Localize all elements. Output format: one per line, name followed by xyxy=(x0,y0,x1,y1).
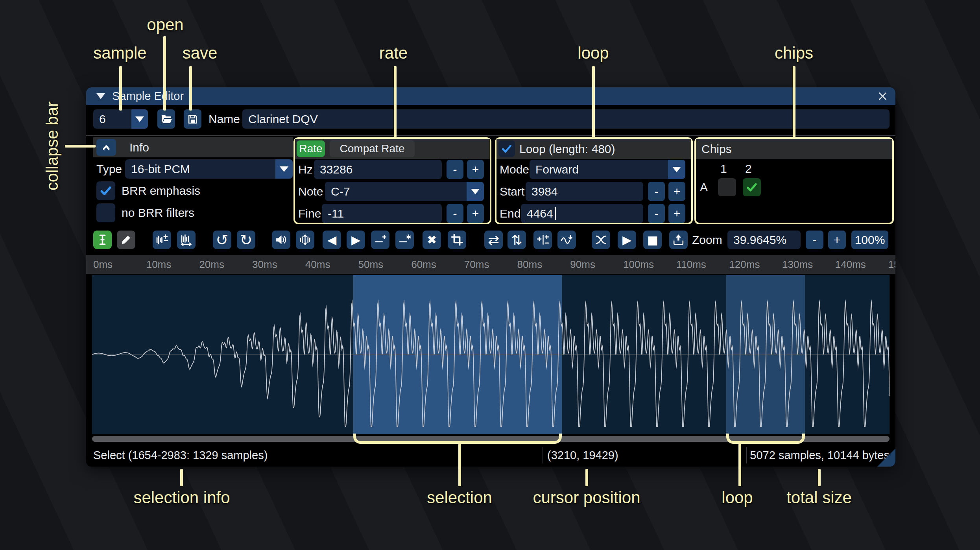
window-titlebar[interactable]: Sample Editor xyxy=(86,87,895,105)
hz-input[interactable]: 33286 xyxy=(314,160,442,179)
export-button[interactable] xyxy=(669,231,688,249)
ruler-label: 30ms xyxy=(252,258,277,271)
chevron-down-icon[interactable] xyxy=(275,159,293,179)
crossfade-button[interactable] xyxy=(592,231,610,249)
note-dropdown[interactable]: C-7 xyxy=(325,182,484,201)
loop-panel-title: Loop (length: 480) xyxy=(519,142,615,156)
note-value: C-7 xyxy=(331,185,350,198)
open-button[interactable] xyxy=(157,109,175,129)
compat-rate-tab[interactable]: Compat Rate xyxy=(330,140,415,157)
annotation-loop-bottom: loop xyxy=(722,488,753,507)
undo-button[interactable]: ↺ xyxy=(213,231,231,249)
ruler-label: 70ms xyxy=(464,258,489,271)
chevron-up-icon xyxy=(100,142,112,153)
trim-button[interactable] xyxy=(448,231,466,249)
save-button[interactable] xyxy=(184,109,201,129)
no-brr-filters-checkbox[interactable] xyxy=(96,203,115,222)
crossfade-icon xyxy=(594,233,607,246)
cursor-position-text: (3210, 19429) xyxy=(547,444,618,467)
ibeam-icon xyxy=(96,233,109,246)
annotation-chips: chips xyxy=(775,44,813,63)
fade-in-button[interactable]: ◀ xyxy=(323,231,341,249)
delete-button[interactable]: ✖ xyxy=(423,231,441,249)
close-icon[interactable] xyxy=(876,90,889,103)
filter-button[interactable] xyxy=(557,231,576,249)
annotation-total-size: total size xyxy=(786,488,852,507)
ruler-label: 80ms xyxy=(517,258,543,271)
amplify-button[interactable] xyxy=(272,231,290,249)
timeline-ruler[interactable]: 0ms10ms20ms30ms40ms50ms60ms70ms80ms90ms1… xyxy=(86,255,895,274)
ruler-label: 20ms xyxy=(199,258,224,271)
loop-panel: Loop (length: 480) Mode Forward Start 39… xyxy=(495,137,693,224)
chip-2-checkbox[interactable] xyxy=(743,178,761,196)
chevron-down-icon[interactable] xyxy=(668,160,685,179)
fade-in-icon: ◀ xyxy=(327,234,336,246)
redo-button[interactable]: ↻ xyxy=(237,231,255,249)
ruler-label: 120ms xyxy=(729,258,760,271)
annotation-line-sample xyxy=(119,66,122,111)
apply-silence-button[interactable] xyxy=(395,231,414,249)
loop-end-value: 4464 xyxy=(527,207,553,220)
fade-out-button[interactable]: ▶ xyxy=(347,231,365,249)
reverse-icon: ⇄ xyxy=(488,233,499,247)
annotation-bracket-selection xyxy=(353,434,562,444)
ruler-label: 100ms xyxy=(623,258,654,271)
chevron-down-icon[interactable] xyxy=(131,109,148,129)
select-tool-button[interactable] xyxy=(93,231,112,249)
draw-tool-button[interactable] xyxy=(117,231,135,249)
stop-button[interactable]: ■ xyxy=(643,231,662,249)
annotation-selection-info: selection info xyxy=(133,488,230,507)
chips-panel-title: Chips xyxy=(701,142,732,156)
hz-increment-button[interactable]: + xyxy=(467,160,484,179)
window-collapse-icon[interactable] xyxy=(96,93,105,99)
annotation-line-cursor-position xyxy=(585,469,588,486)
annotation-line-selection-info xyxy=(180,469,183,486)
loop-panel-header: Loop (length: 480) xyxy=(496,139,691,159)
hz-decrement-button[interactable]: - xyxy=(447,160,463,179)
hz-value: 33286 xyxy=(320,163,353,176)
loop-start-input[interactable]: 3984 xyxy=(526,182,643,201)
type-dropdown[interactable]: 16-bit PCM xyxy=(125,159,293,179)
loop-start-increment-button[interactable]: + xyxy=(668,182,685,201)
chevron-down-icon[interactable] xyxy=(467,182,484,201)
annotation-line-loop-bottom xyxy=(738,444,741,486)
signedness-button[interactable] xyxy=(533,231,552,249)
fine-increment-button[interactable]: + xyxy=(467,204,484,223)
play-button[interactable]: ▶ xyxy=(618,231,636,249)
fine-decrement-button[interactable]: - xyxy=(447,204,463,223)
loop-end-decrement-button[interactable]: - xyxy=(648,204,665,223)
ruler-label: 130ms xyxy=(782,258,813,271)
resize-grip[interactable] xyxy=(877,448,895,467)
export-icon xyxy=(672,233,685,246)
loop-end-increment-button[interactable]: + xyxy=(668,204,685,223)
ruler-label: 60ms xyxy=(411,258,436,271)
zoom-out-button[interactable]: - xyxy=(806,231,823,249)
divider xyxy=(746,447,747,463)
type-dropdown-value: 16-bit PCM xyxy=(131,162,190,176)
loop-mode-dropdown[interactable]: Forward xyxy=(530,160,685,179)
rate-tab[interactable]: Rate xyxy=(297,140,325,157)
chips-panel: Chips 1 2 A xyxy=(694,137,894,224)
loop-end-input[interactable]: 4464 xyxy=(521,204,643,223)
sample-select[interactable]: 6 xyxy=(93,109,148,129)
resample-button[interactable] xyxy=(177,231,196,249)
loop-enable-checkbox[interactable] xyxy=(498,140,515,157)
zoom-reset-button[interactable]: 100% xyxy=(851,231,888,249)
normalize-button[interactable] xyxy=(296,231,314,249)
loop-start-decrement-button[interactable]: - xyxy=(648,182,665,201)
zoom-input[interactable]: 39.9645% xyxy=(727,231,801,249)
insert-silence-button[interactable] xyxy=(371,231,389,249)
resize-button[interactable] xyxy=(153,231,171,249)
name-label: Name xyxy=(209,109,240,129)
zoom-in-button[interactable]: + xyxy=(828,231,846,249)
ruler-label: 90ms xyxy=(570,258,595,271)
fine-input[interactable]: -11 xyxy=(322,204,442,223)
brr-emphasis-checkbox[interactable] xyxy=(96,181,115,200)
reverse-button[interactable]: ⇄ xyxy=(484,231,503,249)
waveform-view[interactable] xyxy=(92,275,890,434)
text-caret xyxy=(555,207,556,220)
chip-1-checkbox[interactable] xyxy=(718,178,736,196)
invert-button[interactable]: ⇅ xyxy=(508,231,526,249)
undo-icon: ↺ xyxy=(216,233,229,247)
collapse-bar-button[interactable] xyxy=(96,139,116,156)
